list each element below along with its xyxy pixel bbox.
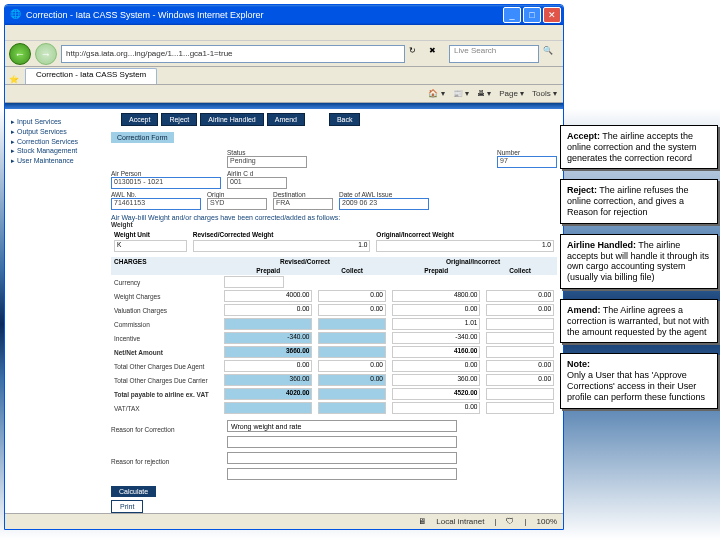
col-original-weight: Original/Incorrect Weight: [373, 230, 557, 239]
browser-window: 🌐 Correction - Iata CASS System - Window…: [4, 4, 564, 530]
date-value: 2009 06 23: [339, 198, 429, 210]
sidebar-item[interactable]: ▸ Correction Services: [11, 137, 101, 147]
tot-rp: 4020.00: [224, 388, 312, 400]
address-bar[interactable]: http://gsa.iata.org...ing/page/1...1...g…: [61, 45, 405, 63]
favorites-icon[interactable]: ⭐: [5, 75, 23, 84]
callouts: Accept: The airline accepts the online c…: [560, 125, 718, 419]
dc-rp[interactable]: 360.00: [224, 374, 312, 386]
row-due-agent: Total Other Charges Due Agent: [111, 359, 221, 373]
awb-value: 71461153: [111, 198, 201, 210]
callout-airline-handled: Airline Handled: The airline accepts but…: [560, 234, 718, 289]
row-currency: Currency: [111, 275, 221, 289]
sidebar-item[interactable]: ▸ Output Services: [11, 127, 101, 137]
wc-rc[interactable]: 0.00: [318, 290, 386, 302]
stop-icon[interactable]: ✖: [429, 46, 445, 62]
calculate-button[interactable]: Calculate: [111, 486, 156, 497]
reason-corr-input-2[interactable]: [227, 436, 457, 448]
minimize-button[interactable]: _: [503, 7, 521, 23]
internet-zone-icon: 🖥: [418, 517, 426, 526]
dc-oc[interactable]: 0.00: [486, 374, 554, 386]
com-rp: [224, 318, 312, 330]
col-collect-r: Collect: [315, 266, 389, 275]
wc-rp[interactable]: 4000.00: [224, 290, 312, 302]
browser-tab[interactable]: Correction - Iata CASS System: [25, 68, 157, 84]
number-value: 97: [497, 156, 557, 168]
airline-value: 001: [227, 177, 287, 189]
row-commission: Commission: [111, 317, 221, 331]
search-box[interactable]: Live Search: [449, 45, 539, 63]
command-bar: 🏠 ▾ 📰 ▾ 🖶 ▾ Page ▾ Tools ▾: [5, 85, 563, 103]
da-rp[interactable]: 0.00: [224, 360, 312, 372]
airline-handled-button[interactable]: Airline Handled: [200, 113, 263, 126]
ie-icon: 🌐: [10, 9, 22, 21]
vat-rp: [224, 402, 312, 414]
wc-oc[interactable]: 0.00: [486, 290, 554, 302]
print-button[interactable]: Print: [111, 500, 143, 513]
vat-rc: [318, 402, 386, 414]
form-title: Correction Form: [111, 132, 174, 143]
menu-bar: [5, 25, 563, 41]
airline-label: Airlin C d: [227, 170, 287, 177]
airperson-label: Air Person: [111, 170, 221, 177]
vat-op: 0.00: [392, 402, 480, 414]
reason-rej-input-2[interactable]: [227, 468, 457, 480]
inc-rc: [318, 332, 386, 344]
dc-op[interactable]: 360.00: [392, 374, 480, 386]
tools-menu[interactable]: Tools ▾: [532, 89, 557, 98]
val-oc[interactable]: 0.00: [486, 304, 554, 316]
com-rc: [318, 318, 386, 330]
main-panel: Accept Reject Airline Handled Amend Back…: [105, 103, 563, 513]
accept-button[interactable]: Accept: [121, 113, 158, 126]
net-rc: [318, 346, 386, 358]
zone-text: Local intranet: [436, 517, 484, 526]
tab-bar: ⭐ Correction - Iata CASS System: [5, 67, 563, 85]
val-op[interactable]: 0.00: [392, 304, 480, 316]
forward-button[interactable]: →: [35, 43, 57, 65]
sidebar-item[interactable]: ▸ Input Services: [11, 117, 101, 127]
search-go-icon[interactable]: 🔍: [543, 46, 559, 62]
reason-rej-label: Reason for rejection: [111, 458, 221, 465]
nav-toolbar: ← → http://gsa.iata.org...ing/page/1...1…: [5, 41, 563, 67]
currency-value[interactable]: [224, 276, 284, 288]
address-text: http://gsa.iata.org...ing/page/1...1...g…: [66, 49, 233, 58]
wc-op[interactable]: 4800.00: [392, 290, 480, 302]
close-button[interactable]: ✕: [543, 7, 561, 23]
print-icon[interactable]: 🖶 ▾: [477, 89, 491, 98]
maximize-button[interactable]: □: [523, 7, 541, 23]
weight-unit[interactable]: K: [114, 240, 187, 252]
refresh-icon[interactable]: ↻: [409, 46, 425, 62]
da-op[interactable]: 0.00: [392, 360, 480, 372]
back-form-button[interactable]: Back: [329, 113, 361, 126]
page-menu[interactable]: Page ▾: [499, 89, 524, 98]
val-rc[interactable]: 0.00: [318, 304, 386, 316]
net-oc: [486, 346, 554, 358]
status-label: Status: [227, 149, 307, 156]
row-total: Total payable to airline ex. VAT: [111, 387, 221, 401]
charges-table: CHARGES Revised/Correct Original/Incorre…: [111, 257, 557, 415]
val-rp[interactable]: 0.00: [224, 304, 312, 316]
inc-op: -340.00: [392, 332, 480, 344]
back-button[interactable]: ←: [9, 43, 31, 65]
home-icon[interactable]: 🏠 ▾: [428, 89, 444, 98]
page-content: ▸ Input Services ▸ Output Services ▸ Cor…: [5, 103, 563, 513]
amend-button[interactable]: Amend: [267, 113, 305, 126]
weight-original[interactable]: 1.0: [376, 240, 554, 252]
col-collect-o: Collect: [483, 266, 557, 275]
col-prepaid-r: Prepaid: [221, 266, 315, 275]
dc-rc[interactable]: 0.00: [318, 374, 386, 386]
reason-corr-input[interactable]: Wrong weight and rate: [227, 420, 457, 432]
row-weight-charges: Weight Charges: [111, 289, 221, 303]
sidebar-item[interactable]: ▸ Stock Management: [11, 146, 101, 156]
weight-revised[interactable]: 1.0: [193, 240, 371, 252]
da-oc[interactable]: 0.00: [486, 360, 554, 372]
feeds-icon[interactable]: 📰 ▾: [453, 89, 469, 98]
protected-mode-icon: 🛡: [506, 517, 514, 526]
net-op: 4160.00: [392, 346, 480, 358]
da-rc[interactable]: 0.00: [318, 360, 386, 372]
reject-button[interactable]: Reject: [161, 113, 197, 126]
weight-header: Weight: [111, 221, 557, 228]
sidebar-item[interactable]: ▸ User Maintenance: [11, 156, 101, 166]
zoom-text[interactable]: 100%: [537, 517, 557, 526]
col-weight-unit: Weight Unit: [111, 230, 190, 239]
reason-rej-input[interactable]: [227, 452, 457, 464]
